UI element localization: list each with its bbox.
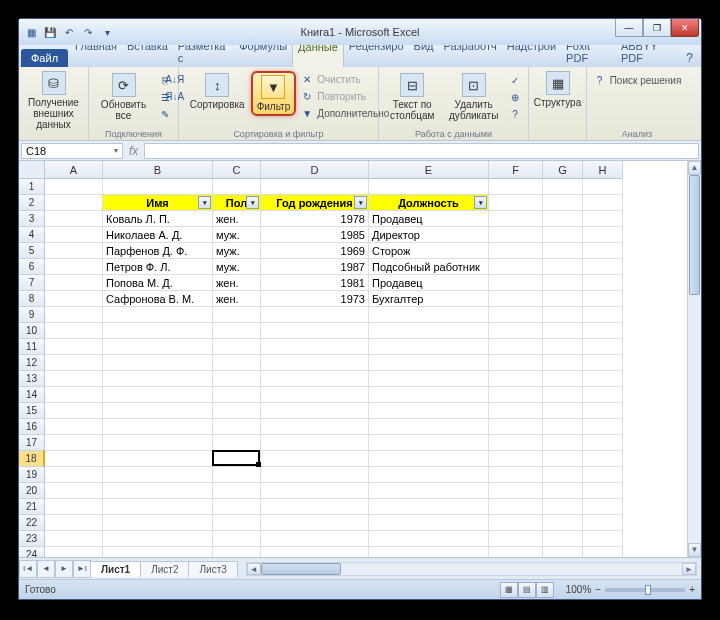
cell-H16[interactable] (583, 419, 623, 435)
zoom-in-button[interactable]: + (689, 584, 695, 595)
cell-C10[interactable] (213, 323, 261, 339)
cell-H22[interactable] (583, 515, 623, 531)
cell-E19[interactable] (369, 467, 489, 483)
cell-A23[interactable] (45, 531, 103, 547)
cell-E14[interactable] (369, 387, 489, 403)
cell-F14[interactable] (489, 387, 543, 403)
filter-dropdown-name[interactable]: ▾ (198, 196, 211, 209)
cell-F22[interactable] (489, 515, 543, 531)
row-header-19[interactable]: 19 (19, 467, 45, 483)
cell-F2[interactable] (489, 195, 543, 211)
cell-B2[interactable]: Имя▾ (103, 195, 213, 211)
cell-H17[interactable] (583, 435, 623, 451)
cell-D3[interactable]: 1978 (261, 211, 369, 227)
cell-B24[interactable] (103, 547, 213, 557)
cell-C12[interactable] (213, 355, 261, 371)
cell-E3[interactable]: Продавец (369, 211, 489, 227)
cell-H23[interactable] (583, 531, 623, 547)
cell-A10[interactable] (45, 323, 103, 339)
col-header-D[interactable]: D (261, 161, 369, 179)
row-header-20[interactable]: 20 (19, 483, 45, 499)
row-header-15[interactable]: 15 (19, 403, 45, 419)
scroll-left-button[interactable]: ◄ (247, 563, 261, 575)
row-header-24[interactable]: 24 (19, 547, 45, 557)
cell-C4[interactable]: муж. (213, 227, 261, 243)
cell-A12[interactable] (45, 355, 103, 371)
what-if-button[interactable]: ? (506, 106, 524, 122)
cell-B13[interactable] (103, 371, 213, 387)
cell-A19[interactable] (45, 467, 103, 483)
row-header-23[interactable]: 23 (19, 531, 45, 547)
cell-E23[interactable] (369, 531, 489, 547)
cell-H4[interactable] (583, 227, 623, 243)
row-header-9[interactable]: 9 (19, 307, 45, 323)
cell-G7[interactable] (543, 275, 583, 291)
cell-G3[interactable] (543, 211, 583, 227)
cell-C13[interactable] (213, 371, 261, 387)
cell-H20[interactable] (583, 483, 623, 499)
cell-D10[interactable] (261, 323, 369, 339)
row-header-2[interactable]: 2 (19, 195, 45, 211)
cell-D21[interactable] (261, 499, 369, 515)
cell-A20[interactable] (45, 483, 103, 499)
cell-F10[interactable] (489, 323, 543, 339)
undo-icon[interactable]: ↶ (61, 24, 77, 40)
cell-A6[interactable] (45, 259, 103, 275)
cell-E16[interactable] (369, 419, 489, 435)
cell-A5[interactable] (45, 243, 103, 259)
sheet-tab-Лист1[interactable]: Лист1 (90, 561, 141, 577)
cell-D7[interactable]: 1981 (261, 275, 369, 291)
cell-A1[interactable] (45, 179, 103, 195)
cell-D18[interactable] (261, 451, 369, 467)
cell-C7[interactable]: жен. (213, 275, 261, 291)
cell-C18[interactable] (213, 451, 261, 467)
cell-E2[interactable]: Должность▾ (369, 195, 489, 211)
row-header-7[interactable]: 7 (19, 275, 45, 291)
cell-G8[interactable] (543, 291, 583, 307)
cell-B1[interactable] (103, 179, 213, 195)
cell-D8[interactable]: 1973 (261, 291, 369, 307)
redo-icon[interactable]: ↷ (80, 24, 96, 40)
cell-H1[interactable] (583, 179, 623, 195)
cell-G2[interactable] (543, 195, 583, 211)
cell-H18[interactable] (583, 451, 623, 467)
hscroll-thumb[interactable] (261, 563, 341, 575)
cell-A11[interactable] (45, 339, 103, 355)
clear-filter-button[interactable]: ✕Очистить (298, 71, 391, 87)
cell-G9[interactable] (543, 307, 583, 323)
cell-E13[interactable] (369, 371, 489, 387)
col-header-F[interactable]: F (489, 161, 543, 179)
cell-F19[interactable] (489, 467, 543, 483)
cell-D1[interactable] (261, 179, 369, 195)
cell-B19[interactable] (103, 467, 213, 483)
cell-F18[interactable] (489, 451, 543, 467)
cell-A24[interactable] (45, 547, 103, 557)
cell-C14[interactable] (213, 387, 261, 403)
cell-E6[interactable]: Подсобный работник (369, 259, 489, 275)
cell-G11[interactable] (543, 339, 583, 355)
namebox-dropdown-icon[interactable]: ▾ (114, 146, 118, 155)
cell-B18[interactable] (103, 451, 213, 467)
refresh-all-button[interactable]: ⟳ Обновить все (93, 71, 154, 123)
text-to-columns-button[interactable]: ⊟ Текст по столбцам (383, 71, 441, 123)
cell-G19[interactable] (543, 467, 583, 483)
sheet-nav-first[interactable]: I◄ (19, 560, 37, 578)
cell-G4[interactable] (543, 227, 583, 243)
cell-E8[interactable]: Бухгалтер (369, 291, 489, 307)
row-header-17[interactable]: 17 (19, 435, 45, 451)
cell-E12[interactable] (369, 355, 489, 371)
cell-H13[interactable] (583, 371, 623, 387)
cell-D17[interactable] (261, 435, 369, 451)
col-header-H[interactable]: H (583, 161, 623, 179)
cell-E9[interactable] (369, 307, 489, 323)
row-header-22[interactable]: 22 (19, 515, 45, 531)
cell-B17[interactable] (103, 435, 213, 451)
cell-B14[interactable] (103, 387, 213, 403)
vertical-scrollbar[interactable]: ▲ ▼ (687, 161, 701, 557)
row-header-6[interactable]: 6 (19, 259, 45, 275)
cell-F13[interactable] (489, 371, 543, 387)
cell-B3[interactable]: Коваль Л. П. (103, 211, 213, 227)
cell-H8[interactable] (583, 291, 623, 307)
cell-D13[interactable] (261, 371, 369, 387)
fx-button[interactable]: fx (123, 144, 144, 158)
